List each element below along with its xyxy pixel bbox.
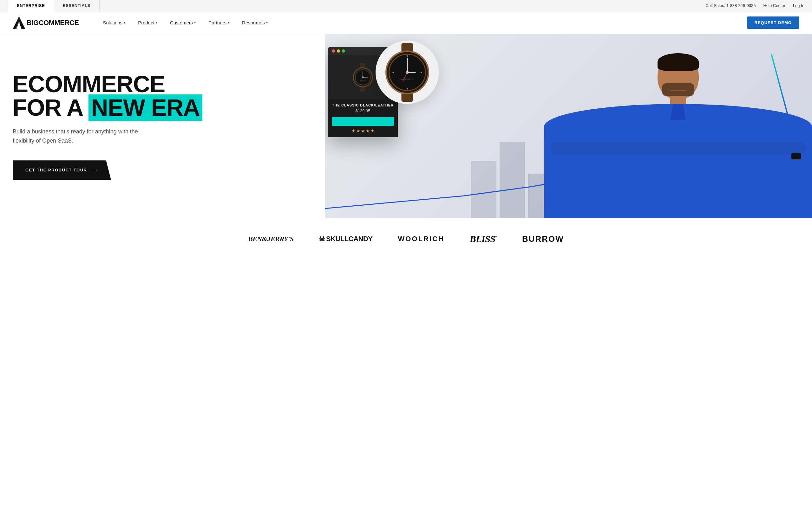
nav-item-customers[interactable]: Customers ▾ [165,17,201,28]
hero-cta-button[interactable]: GET THE PRODUCT TOUR → [13,160,111,180]
call-sales: Call Sales: 1-888-248-9325 [705,3,756,8]
arrow-icon: → [92,167,98,173]
help-center-link[interactable]: Help Center [763,3,785,8]
person-figure [544,34,812,218]
person-head [658,53,699,99]
nav-item-partners[interactable]: Partners ▾ [203,17,235,28]
hero-left: ECOMMERCE FOR A NEW ERA Build a business… [13,72,445,193]
main-nav: BIGCOMMERCE Solutions ▾ Product ▾ Custom… [0,11,812,34]
brand-logo-benjerrys: BEN&JERRY'S [248,235,293,243]
nav-item-product[interactable]: Product ▾ [133,17,162,28]
hero-section: ECOMMERCE FOR A NEW ERA Build a business… [0,34,812,218]
hero-heading: ECOMMERCE FOR A NEW ERA [13,72,445,119]
topbar: ENTERPRISE ESSENTIALS Call Sales: 1-888-… [0,0,812,11]
brand-logo-bliss: bliss° [470,233,497,244]
nav-links: Solutions ▾ Product ▾ Customers ▾ Partne… [98,17,747,28]
nav-item-resources[interactable]: Resources ▾ [237,17,273,28]
chevron-down-icon: ▾ [124,21,125,24]
dot-yellow [337,49,340,53]
logo[interactable]: BIGCOMMERCE [13,16,79,29]
hero-subtext: Build a business that's ready for anythi… [13,127,159,146]
brand-logo-burrow: BURROW [522,234,564,244]
topbar-tabs: ENTERPRISE ESSENTIALS [8,0,705,11]
logo-icon [13,16,26,29]
nav-item-solutions[interactable]: Solutions ▾ [98,17,131,28]
logo-text: BIGCOMMERCE [27,19,79,27]
skull-icon: ☠ [319,235,325,243]
tab-enterprise[interactable]: ENTERPRISE [8,0,54,11]
brands-section: BEN&JERRY'S ☠Skullcandy WOOLRICH bliss° … [0,218,812,260]
person-body [544,104,812,218]
watch-on-wrist [792,153,801,159]
chevron-down-icon: ▾ [156,21,157,24]
chevron-down-icon: ▾ [266,21,268,24]
dot-red [332,49,335,53]
chevron-down-icon: ▾ [228,21,229,24]
svg-point-18 [407,55,408,57]
login-link[interactable]: Log In [793,3,804,8]
dot-green [342,49,345,53]
tab-essentials[interactable]: ESSENTIALS [54,0,100,11]
request-demo-button[interactable]: REQUEST DEMO [747,16,799,29]
chevron-down-icon: ▾ [194,21,196,24]
topbar-right: Call Sales: 1-888-248-9325 Help Center L… [705,3,804,8]
brand-logo-woolrich: WOOLRICH [398,235,444,243]
brand-logo-skullcandy: ☠Skullcandy [319,235,372,243]
